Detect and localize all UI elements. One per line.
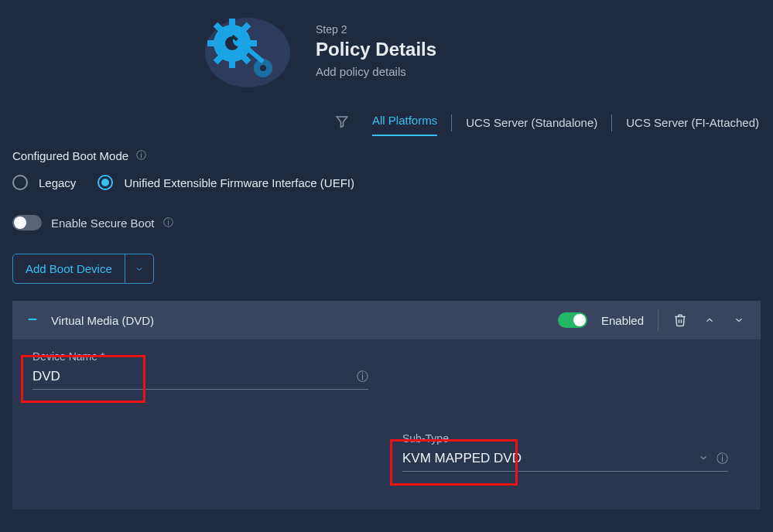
svg-rect-4 <box>229 60 235 68</box>
secure-boot-label: Enable Secure Boot <box>51 217 154 230</box>
add-boot-device-caret[interactable] <box>125 254 153 283</box>
move-up-icon[interactable] <box>702 312 717 328</box>
secure-boot-toggle[interactable] <box>12 215 42 230</box>
svg-rect-6 <box>249 40 257 46</box>
tab-divider <box>451 114 452 131</box>
wizard-step-icon <box>201 14 294 87</box>
tab-ucs-standalone[interactable]: UCS Server (Standalone) <box>466 111 597 134</box>
move-down-icon[interactable] <box>731 312 747 328</box>
device-enabled-label: Enabled <box>601 314 644 327</box>
boot-mode-radio-uefi[interactable] <box>97 175 113 190</box>
boot-mode-option-legacy: Legacy <box>39 176 76 189</box>
chevron-down-icon[interactable] <box>698 452 709 466</box>
tab-ucs-fi-attached[interactable]: UCS Server (FI-Attached) <box>626 111 759 134</box>
tab-divider <box>611 114 612 131</box>
device-name-label: Device Name * <box>32 350 368 363</box>
filter-icon[interactable] <box>335 114 349 131</box>
add-boot-device-button[interactable]: Add Boot Device <box>12 254 154 284</box>
page-subtitle: Add policy details <box>316 65 436 78</box>
boot-mode-option-uefi: Unified Extensible Firmware Interface (U… <box>124 176 354 189</box>
tab-all-platforms[interactable]: All Platforms <box>372 109 437 136</box>
boot-mode-radio-legacy[interactable] <box>12 175 28 190</box>
boot-mode-label: Configured Boot Mode <box>12 149 128 162</box>
collapse-icon[interactable] <box>26 313 39 328</box>
info-icon[interactable]: ⓘ <box>136 148 146 162</box>
svg-marker-16 <box>337 117 347 128</box>
subtype-select[interactable]: KVM MAPPED DVD <box>402 451 698 466</box>
subtype-label: Sub-Type <box>402 432 728 445</box>
add-boot-device-label: Add Boot Device <box>13 254 125 283</box>
device-enabled-toggle[interactable] <box>558 312 587 328</box>
info-icon[interactable]: ⓘ <box>357 370 368 384</box>
delete-icon[interactable] <box>672 312 688 328</box>
info-icon[interactable]: ⓘ <box>717 452 728 466</box>
svg-rect-3 <box>229 19 235 26</box>
page-title: Policy Details <box>316 39 436 60</box>
svg-point-12 <box>260 65 266 71</box>
info-icon[interactable]: ⓘ <box>163 216 173 230</box>
divider <box>658 310 658 330</box>
device-name-input[interactable]: DVD <box>32 369 357 384</box>
wizard-step-number: Step 2 <box>316 23 436 36</box>
svg-rect-5 <box>207 40 215 46</box>
boot-device-title: Virtual Media (DVD) <box>51 314 154 327</box>
